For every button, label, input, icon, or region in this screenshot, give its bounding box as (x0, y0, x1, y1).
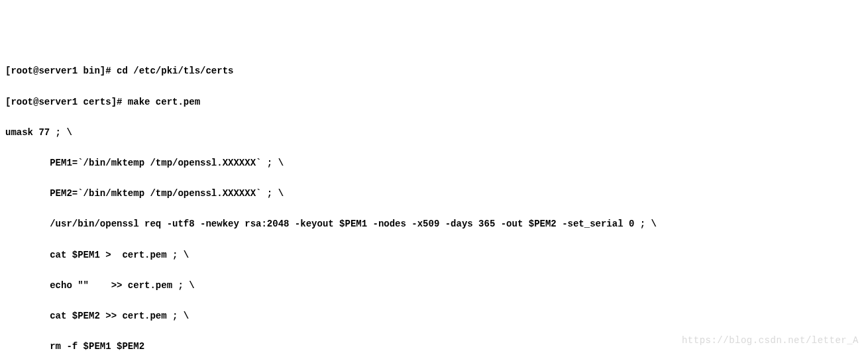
terminal-line-output: umask 77 ; \ (5, 125, 863, 140)
terminal-line-prompt-make: [root@server1 certs]# make cert.pem (5, 95, 863, 110)
terminal-line-output: PEM1=`/bin/mktemp /tmp/openssl.XXXXXX` ;… (5, 156, 863, 171)
terminal-line-prompt-cd: [root@server1 bin]# cd /etc/pki/tls/cert… (5, 64, 863, 79)
terminal-line-output: cat $PEM1 > cert.pem ; \ (5, 248, 863, 263)
terminal-line-output: cat $PEM2 >> cert.pem ; \ (5, 309, 863, 324)
terminal-line-output: /usr/bin/openssl req -utf8 -newkey rsa:2… (5, 217, 863, 232)
terminal-line-output: PEM2=`/bin/mktemp /tmp/openssl.XXXXXX` ;… (5, 186, 863, 201)
watermark-text: https://blog.csdn.net/letter_A (682, 333, 859, 348)
terminal-line-output: echo "" >> cert.pem ; \ (5, 278, 863, 293)
